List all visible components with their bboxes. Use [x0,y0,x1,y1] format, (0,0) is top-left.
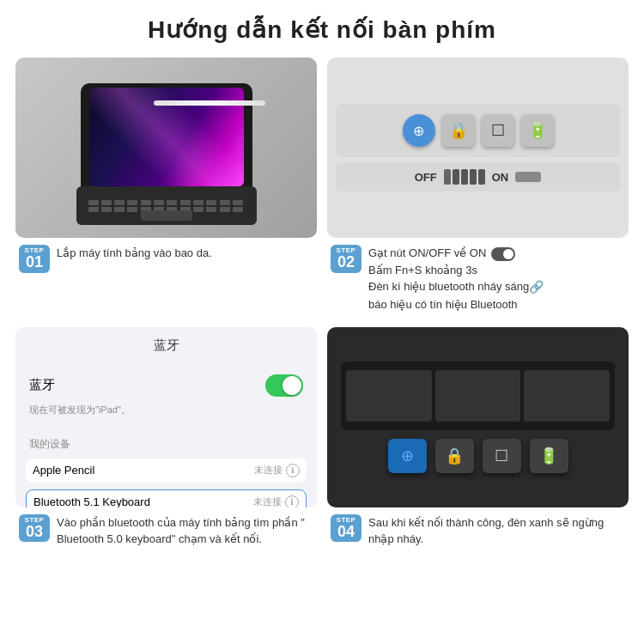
page-title: Hướng dẫn kết nối bàn phím [15,15,629,44]
bluetooth-toggle[interactable] [265,374,303,397]
step-4-cell: ⊕ 🔒 ☐ 🔋 STEP 04 Sau khi kết nối thành cô… [327,327,629,551]
step-3-text: Vào phần bluetooth của máy tính bảng tìm… [57,514,313,548]
toggle-icon [491,247,515,261]
bluetooth-key: ⊕ [388,439,427,473]
bluetooth-panel-title: 蓝牙 [26,337,307,354]
keyboard-top-strip [341,361,615,430]
step-1-text: Lắp máy tính bảng vào bao da. [57,245,313,262]
step-4-text: Sau khi kết nối thành công, đèn xanh sẽ … [368,514,625,548]
switch-row: OFF ON [336,162,620,191]
step-1-badge: STEP 01 [19,245,50,273]
off-label: OFF [415,171,437,184]
bluetooth-toggle-row: 蓝牙 [26,374,307,397]
step-4-desc: STEP 04 Sau khi kết nối thành công, đèn … [327,507,629,551]
battery-icon-btn: 🔋 [521,114,554,147]
step-3-image: 蓝牙 蓝牙 现在可被发现为"iPad"。 我的设备 Apple Pencil 未… [15,327,317,507]
step-4-image: ⊕ 🔒 ☐ 🔋 [327,327,629,507]
my-devices-label: 我的设备 [26,437,307,452]
bluetooth-icon-btn: ⊕ [403,114,435,147]
device-name-apple-pencil: Apple Pencil [33,464,94,477]
step-1-cell: STEP 01 Lắp máy tính bảng vào bao da. [15,58,317,317]
ipad-scene [72,75,261,221]
info-icon-keyboard[interactable]: ℹ [285,495,299,507]
device-row-keyboard[interactable]: Bluetooth 5.1 Keyboard 未连接 ℹ [26,489,307,507]
device-icon-btn: ☐ [482,114,514,147]
step-2-image: ⊕ 🔒 ☐ 🔋 OFF ON [327,58,629,238]
battery-key: 🔋 [530,439,568,473]
step-3-desc: STEP 03 Vào phần bluetooth của máy tính … [15,507,317,551]
step-2-desc: STEP 02 Gạt nút ON/OFF về ON Bấm Fn+S kh… [327,238,629,317]
device-key: ☐ [483,439,521,473]
lock-key: 🔒 [435,439,474,473]
link-icon: 🔗 [529,278,544,296]
step-4-badge: STEP 04 [331,514,361,543]
keyboard-base [76,186,257,225]
button-row-top: ⊕ 🔒 ☐ 🔋 [336,104,620,157]
bluetooth-subtitle: 现在可被发现为"iPad"。 [26,404,307,416]
device-row-apple-pencil[interactable]: Apple Pencil 未连接 ℹ [26,459,307,483]
keyboard-special-keys: ⊕ 🔒 ☐ 🔋 [388,439,568,473]
touchpad [141,210,192,221]
step-2-text: Gạt nút ON/OFF về ON Bấm Fn+S khoảng 3s … [368,245,625,313]
step-1-desc: STEP 01 Lắp máy tính bảng vào bao da. [15,238,317,276]
on-label: ON [492,171,509,184]
lock-icon-btn: 🔒 [442,114,475,147]
step-3-badge: STEP 03 [19,514,50,543]
step-2-badge: STEP 02 [331,245,361,273]
steps-grid: STEP 01 Lắp máy tính bảng vào bao da. ⊕ … [15,58,629,551]
device-status-apple-pencil: 未连接 ℹ [254,464,300,477]
page-container: Hướng dẫn kết nối bàn phím [0,0,644,567]
bluetooth-label: 蓝牙 [29,377,55,393]
device-status-keyboard: 未连接 ℹ [253,495,299,507]
step-1-image [15,58,317,238]
device-name-keyboard: Bluetooth 5.1 Keyboard [33,495,150,507]
port-icon [515,172,541,182]
step-2-cell: ⊕ 🔒 ☐ 🔋 OFF ON [327,58,629,317]
apple-pencil [154,100,265,106]
info-icon-apple-pencil[interactable]: ℹ [286,464,300,477]
step-3-cell: 蓝牙 蓝牙 现在可被发现为"iPad"。 我的设备 Apple Pencil 未… [15,327,317,551]
